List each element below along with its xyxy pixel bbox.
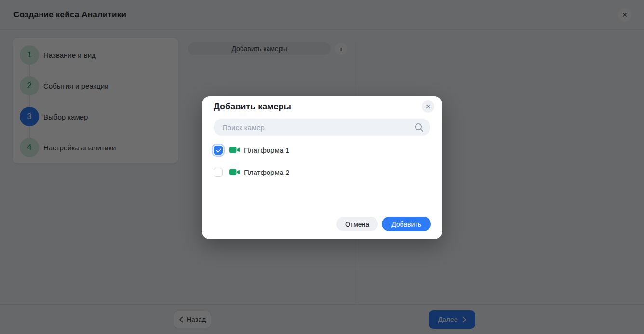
video-camera-icon	[229, 168, 240, 176]
search-icon	[415, 123, 424, 132]
modal-close-button[interactable]: ✕	[422, 100, 434, 113]
modal-title: Добавить камеры	[214, 102, 291, 112]
camera-label: Платформа 1	[244, 146, 290, 154]
close-icon: ✕	[425, 103, 431, 110]
camera-search-field	[214, 119, 430, 136]
video-camera-icon	[229, 146, 240, 154]
camera-label: Платформа 2	[244, 168, 290, 176]
submit-button[interactable]: Добавить	[382, 217, 431, 231]
modal-actions: Отмена Добавить	[336, 217, 431, 231]
camera-checkbox[interactable]	[214, 146, 223, 155]
camera-list-item[interactable]: Платформа 1	[214, 145, 290, 155]
camera-checkbox[interactable]	[214, 168, 223, 177]
add-cameras-modal: Добавить камеры ✕ Платформа 1 Платформа …	[202, 96, 442, 239]
camera-search-input[interactable]	[214, 119, 430, 136]
cancel-button[interactable]: Отмена	[336, 217, 378, 231]
camera-list-item[interactable]: Платформа 2	[214, 167, 290, 177]
